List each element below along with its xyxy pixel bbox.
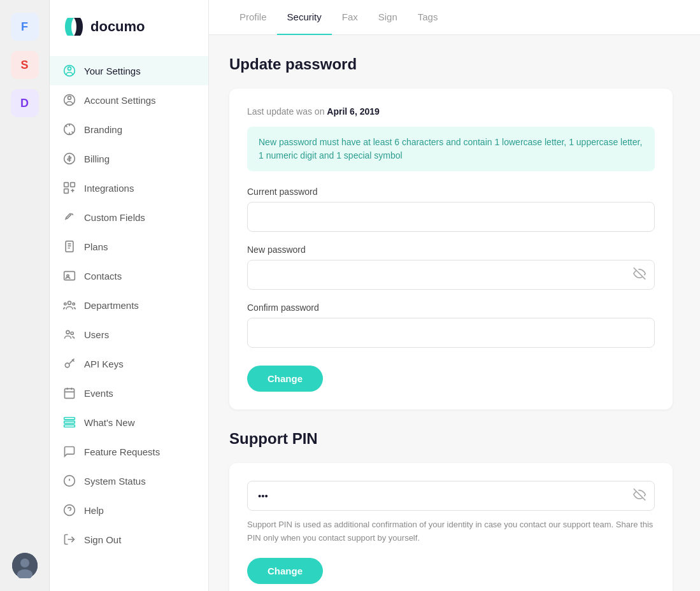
sidebar-item-users[interactable]: Users <box>50 320 208 349</box>
sidebar-item-departments[interactable]: Departments <box>50 290 208 320</box>
tab-profile[interactable]: Profile <box>229 0 277 35</box>
logo-text: documo <box>90 18 145 35</box>
help-icon <box>62 503 76 517</box>
feature-requests-icon <box>62 445 76 459</box>
plans-icon <box>62 239 76 253</box>
sidebar-nav: Your Settings Account Settings Branding <box>50 51 208 591</box>
svg-rect-11 <box>64 189 69 194</box>
update-password-card: Last update was on April 6, 2019 New pas… <box>229 89 673 409</box>
sidebar-item-account-settings[interactable]: Account Settings <box>50 85 208 115</box>
sidebar-label-api-keys: API Keys <box>84 359 124 369</box>
svg-rect-10 <box>71 183 75 187</box>
app-icon-3[interactable]: D <box>11 89 39 117</box>
support-pin-input[interactable] <box>247 481 655 511</box>
tab-security[interactable]: Security <box>277 0 332 35</box>
change-pin-button[interactable]: Change <box>247 558 323 584</box>
sidebar-item-system-status[interactable]: System Status <box>50 466 208 495</box>
sidebar-label-integrations: Integrations <box>84 183 134 194</box>
tab-sign[interactable]: Sign <box>368 0 408 35</box>
sidebar-item-billing[interactable]: Billing <box>50 144 208 173</box>
sidebar-label-contacts: Contacts <box>84 271 122 281</box>
confirm-password-input[interactable] <box>247 318 655 348</box>
system-status-icon <box>62 474 76 488</box>
sidebar-item-feature-requests[interactable]: Feature Requests <box>50 437 208 466</box>
svg-point-16 <box>64 303 66 305</box>
last-update-date: April 6, 2019 <box>327 106 380 117</box>
svg-rect-9 <box>64 183 69 187</box>
app-icon-2[interactable]: S <box>11 51 39 79</box>
svg-point-19 <box>71 332 73 334</box>
sidebar-label-departments: Departments <box>84 300 139 311</box>
svg-point-6 <box>68 96 71 99</box>
current-password-wrap <box>247 202 655 232</box>
sign-out-icon <box>62 532 76 546</box>
confirm-password-label: Confirm password <box>247 303 655 313</box>
support-pin-title: Support PIN <box>229 430 673 448</box>
confirm-password-wrap <box>247 318 655 348</box>
app-icon-1[interactable]: F <box>11 13 39 41</box>
change-password-button[interactable]: Change <box>247 366 323 392</box>
contacts-icon <box>62 269 76 283</box>
sidebar-label-events: Events <box>84 388 113 399</box>
last-update-text: Last update was on April 6, 2019 <box>247 106 655 117</box>
sidebar-label-billing: Billing <box>84 153 110 164</box>
sidebar-item-events[interactable]: Events <box>50 378 208 408</box>
password-info-box: New password must have at least 6 charac… <box>247 127 655 171</box>
branding-icon <box>62 122 76 136</box>
content-area: Update password Last update was on April… <box>209 35 693 591</box>
users-icon <box>62 327 76 341</box>
new-password-wrap <box>247 260 655 290</box>
svg-rect-21 <box>65 388 75 398</box>
sidebar-label-feature-requests: Feature Requests <box>84 446 160 457</box>
update-password-title: Update password <box>229 55 673 73</box>
tab-fax[interactable]: Fax <box>332 0 368 35</box>
svg-rect-22 <box>64 418 75 420</box>
main-content: Profile Security Fax Sign Tags Update pa… <box>209 0 700 591</box>
sidebar-item-sign-out[interactable]: Sign Out <box>50 525 208 554</box>
sidebar-label-system-status: System Status <box>84 476 146 487</box>
new-password-label: New password <box>247 245 655 255</box>
svg-rect-24 <box>64 425 75 427</box>
sidebar-item-plans[interactable]: Plans <box>50 232 208 261</box>
new-password-input[interactable] <box>247 260 655 290</box>
app-switcher: F S D <box>0 0 50 591</box>
sidebar-item-custom-fields[interactable]: Custom Fields <box>50 203 208 232</box>
sidebar-item-whats-new[interactable]: What's New <box>50 408 208 437</box>
new-password-group: New password <box>247 245 655 290</box>
svg-point-1 <box>20 559 29 567</box>
sidebar-label-users: Users <box>84 329 109 340</box>
user-avatar[interactable] <box>12 553 38 578</box>
sidebar-item-branding[interactable]: Branding <box>50 115 208 144</box>
sidebar-label-whats-new: What's New <box>84 417 135 428</box>
svg-point-15 <box>68 301 71 304</box>
support-pin-description: Support PIN is used as additional confir… <box>247 518 655 545</box>
tabs-bar: Profile Security Fax Sign Tags <box>209 0 700 35</box>
sidebar-label-help: Help <box>84 505 104 516</box>
events-icon <box>62 386 76 400</box>
sidebar-item-contacts[interactable]: Contacts <box>50 261 208 290</box>
current-password-group: Current password <box>247 187 655 232</box>
toggle-pin-icon[interactable] <box>633 488 646 504</box>
sidebar-item-your-settings[interactable]: Your Settings <box>50 56 208 85</box>
integrations-icon <box>62 181 76 195</box>
custom-fields-icon <box>62 210 76 224</box>
sidebar-item-integrations[interactable]: Integrations <box>50 173 208 203</box>
current-password-label: Current password <box>247 187 655 197</box>
user-circle-icon <box>62 64 76 78</box>
svg-point-14 <box>67 274 69 276</box>
sidebar-label-plans: Plans <box>84 241 108 252</box>
whats-new-icon <box>62 415 76 429</box>
billing-icon <box>62 152 76 166</box>
current-password-input[interactable] <box>247 202 655 232</box>
support-pin-card: Support PIN is used as additional confir… <box>229 463 673 591</box>
toggle-new-password-icon[interactable] <box>633 267 646 283</box>
sidebar-item-help[interactable]: Help <box>50 495 208 525</box>
sidebar-label-sign-out: Sign Out <box>84 534 121 545</box>
sidebar-label-account-settings: Account Settings <box>84 95 156 106</box>
tab-tags[interactable]: Tags <box>408 0 448 35</box>
sidebar-item-api-keys[interactable]: API Keys <box>50 349 208 378</box>
support-pin-wrap <box>247 481 655 511</box>
svg-rect-23 <box>64 421 75 423</box>
sidebar-label-your-settings: Your Settings <box>84 66 141 76</box>
svg-point-4 <box>68 67 71 70</box>
